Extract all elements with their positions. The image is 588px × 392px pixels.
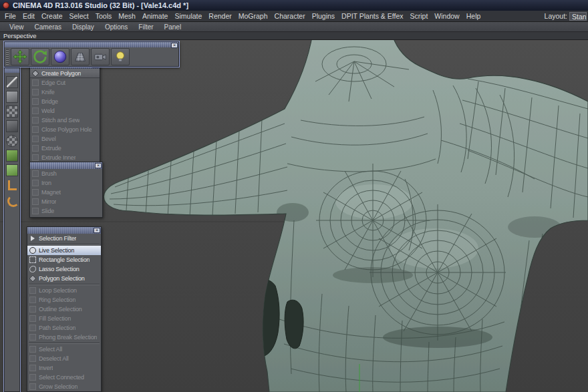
window-titlebar[interactable]: CINEMA 4D R13.016 Studio (32 Bit) - [Val… (0, 0, 588, 11)
row-label: Ring Selection (39, 297, 76, 303)
menu-item-mesh[interactable]: Mesh (115, 12, 139, 20)
menu-item-help[interactable]: Help (463, 12, 484, 20)
path-selection-icon (29, 325, 36, 331)
layout-select[interactable]: Stan (569, 12, 587, 21)
mirror-icon (32, 198, 39, 205)
fill-selection-item: Fill Selection (27, 314, 101, 323)
invert-icon (29, 365, 36, 371)
side-toolbar-titlebar[interactable] (5, 68, 19, 73)
rectangle-selection-item[interactable]: Rectangle Selection (27, 255, 101, 264)
polygon-selection-icon (29, 274, 36, 282)
green-cube-icon[interactable] (6, 150, 18, 162)
tool-palette-titlebar[interactable] (5, 42, 178, 47)
bridge-icon (32, 98, 39, 105)
perspective-grid-icon (73, 49, 88, 64)
row-label: Magnet (41, 189, 61, 196)
row-label: Knife (41, 89, 55, 95)
live-selection-icon (29, 247, 36, 254)
viewmenu-options[interactable]: Options (100, 23, 133, 31)
row-label: Select Connected (39, 374, 84, 381)
viewmenu-view[interactable]: View (4, 23, 29, 31)
close-icon[interactable] (94, 228, 100, 233)
tool-weld: Weld (30, 106, 100, 116)
separator (29, 284, 100, 285)
row-label: Outline Selection (39, 306, 82, 313)
tool-extrude: Extrude (30, 144, 100, 153)
viewmenu-cameras[interactable]: Cameras (29, 23, 67, 31)
phong-break-selection-icon (29, 334, 36, 341)
palette-grip[interactable] (6, 49, 9, 65)
row-label: Mirror (41, 198, 56, 205)
menu-item-edit[interactable]: Edit (19, 12, 38, 20)
move-tool-button[interactable] (11, 48, 29, 65)
selection-palette-titlebar[interactable] (27, 227, 101, 234)
row-label: Slide (41, 208, 54, 214)
row-label: Extrude (41, 145, 61, 152)
iron-icon (32, 180, 39, 186)
viewmenu-display[interactable]: Display (67, 23, 100, 31)
row-label: Bevel (41, 136, 56, 142)
window-title: CINEMA 4D R13.016 Studio (32 Bit) - [Val… (13, 1, 188, 9)
menu-item-dpit-plants-effex[interactable]: DPIT Plants & Effex (338, 12, 406, 20)
viewmenu-filter[interactable]: Filter (133, 23, 158, 31)
checker-sphere-icon[interactable] (6, 135, 18, 147)
menu-item-file[interactable]: File (1, 12, 19, 20)
row-label: Iron (41, 180, 51, 186)
camera-tool-button[interactable] (91, 48, 110, 65)
menu-item-plugins[interactable]: Plugins (309, 12, 338, 20)
light-icon (113, 49, 128, 64)
green-cube-light-icon[interactable] (6, 164, 18, 176)
viewmenu-panel[interactable]: Panel (159, 23, 187, 31)
perspective-view-button[interactable] (71, 48, 90, 65)
dark-cube-icon[interactable] (6, 120, 18, 132)
cube-icon[interactable] (6, 91, 18, 103)
close-icon[interactable] (171, 43, 178, 48)
l-spline-icon[interactable] (6, 179, 18, 191)
extrude-inner-icon (32, 154, 39, 161)
light-tool-button[interactable] (111, 48, 130, 65)
separator (29, 244, 100, 245)
outline-selection-icon (29, 306, 36, 313)
close-icon[interactable] (95, 163, 102, 168)
rotate-tool-button[interactable] (31, 48, 49, 65)
viewport-header[interactable]: Perspective (0, 32, 588, 40)
menu-item-select[interactable]: Select (66, 12, 92, 20)
stitch-and-sew-icon (32, 117, 39, 124)
app-icon (3, 2, 9, 9)
select-connected-item: Select Connected (27, 373, 101, 382)
textured-cube-icon[interactable] (6, 106, 18, 118)
menu-item-simulate[interactable]: Simulate (171, 12, 205, 20)
row-label: Fill Selection (39, 315, 71, 322)
tool-iron: Iron (30, 178, 102, 188)
menu-item-tools[interactable]: Tools (92, 12, 116, 20)
polygon-selection-item[interactable]: Polygon Selection (27, 274, 101, 283)
menu-item-script[interactable]: Script (407, 12, 432, 20)
phong-break-selection-item: Phong Break Selection (27, 333, 101, 342)
lasso-selection-item[interactable]: Lasso Selection (27, 264, 101, 274)
scale-tool-button[interactable] (51, 48, 69, 65)
row-label: Close Polygon Hole (41, 126, 92, 133)
tool-slide: Slide (30, 206, 102, 216)
menu-item-character[interactable]: Character (271, 12, 309, 20)
menu-item-window[interactable]: Window (431, 12, 462, 20)
pen-tool-icon[interactable] (6, 76, 18, 88)
row-label: Loop Selection (39, 287, 77, 294)
row-label: Edge Cut (41, 79, 65, 86)
menu-item-mograph[interactable]: MoGraph (235, 12, 271, 20)
magnet-icon (32, 189, 39, 196)
grow-selection-icon (29, 383, 36, 390)
selection-filter-item[interactable]: Selection Filter (27, 234, 101, 243)
tool-create-polygon[interactable]: Create Polygon (30, 69, 100, 78)
menu-item-animate[interactable]: Animate (139, 12, 172, 20)
submenu-arrow-icon (29, 235, 36, 242)
rectangle-selection-icon (29, 256, 36, 263)
transform-palette-titlebar[interactable] (30, 162, 102, 169)
live-selection-item[interactable]: Live Selection (27, 246, 101, 255)
tool-extrude-inner: Extrude Inner (30, 153, 100, 162)
tool-edge-cut: Edge Cut (30, 78, 100, 87)
deselect-all-icon (29, 355, 36, 362)
close-polygon-hole-icon (32, 126, 39, 133)
hook-spline-icon[interactable] (6, 194, 18, 206)
menu-item-create[interactable]: Create (38, 12, 66, 20)
menu-item-render[interactable]: Render (205, 12, 235, 20)
